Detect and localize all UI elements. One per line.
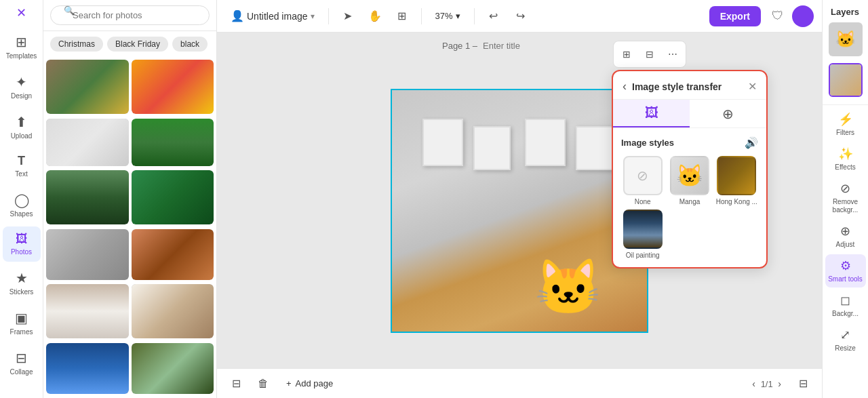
style-tab-generate[interactable]: ⊕ <box>690 100 766 127</box>
right-tool-remove-bg[interactable]: ⊘ Remove backgr... <box>825 177 866 218</box>
resize-icon: ⤢ <box>840 327 850 342</box>
shapes-icon: ◯ <box>14 192 29 208</box>
sidebar-item-templates[interactable]: ⊞ Templates <box>3 28 41 66</box>
add-icon: + <box>286 378 292 389</box>
search-bar-container: 🔍 <box>43 0 216 31</box>
style-section-header: Image styles 🔊 <box>621 136 758 149</box>
add-page-btn[interactable]: + Add page <box>279 374 340 393</box>
style-item-hong-kong[interactable]: Hong Kong ... <box>715 156 758 205</box>
photo-item[interactable] <box>132 119 214 166</box>
cat-image: 🐱 <box>528 211 609 319</box>
zoom-control[interactable]: 37% ▾ <box>430 8 466 24</box>
right-tool-backgr[interactable]: ◻ Backgr... <box>825 289 866 322</box>
right-tool-smart[interactable]: ⚙ Smart tools <box>825 254 866 287</box>
layer-thumb-room[interactable] <box>829 63 863 97</box>
style-label: None <box>635 198 651 205</box>
layer-cat-preview: 🐱 <box>829 22 863 56</box>
cursor-tool-btn[interactable]: ➤ <box>337 5 359 27</box>
undo-btn[interactable]: ↩ <box>483 5 505 27</box>
add-page-label: Add page <box>296 378 334 389</box>
layer-thumb-cat[interactable]: 🐱 <box>829 22 863 56</box>
sidebar-item-label: Templates <box>6 52 37 60</box>
wall-frame-3 <box>525 119 566 166</box>
style-transfer-panel: ‹ Image style transfer ✕ 🖼 ⊕ Image style… <box>612 70 768 268</box>
sidebar-item-frames[interactable]: ▣ Frames <box>3 304 41 342</box>
right-panel: Layers 🐱 ⚡ Filters ✨ Effects ⊘ Remove ba… <box>822 0 868 398</box>
photo-item[interactable] <box>132 343 214 394</box>
text-icon: T <box>18 154 25 168</box>
stickers-icon: ★ <box>16 270 28 286</box>
more-options-btn[interactable]: ⋯ <box>663 44 683 64</box>
sidebar-item-collage[interactable]: ⊟ Collage <box>3 344 41 382</box>
right-tool-filters[interactable]: ⚡ Filters <box>825 108 866 141</box>
remove-bg-icon: ⊘ <box>840 181 850 196</box>
sidebar-item-upload[interactable]: ⬆ Upload <box>3 108 41 146</box>
style-panel-close-btn[interactable]: ✕ <box>748 80 757 93</box>
backgr-icon: ◻ <box>840 293 850 308</box>
image-style-icon: 🖼 <box>645 105 658 121</box>
photo-item[interactable] <box>46 343 129 394</box>
effects-icon: ✨ <box>838 146 853 161</box>
page-label: Page 1 – <box>442 41 477 51</box>
canvas-workspace[interactable]: Page 1 – ⊞ ⊟ ⋯ 🐱 <box>217 33 822 368</box>
style-section-title: Image styles <box>621 138 674 148</box>
present-btn[interactable]: ⊟ <box>792 373 814 395</box>
toolbar-separator <box>328 8 329 24</box>
search-bar-inner: 🔍 <box>50 5 210 25</box>
photo-item[interactable] <box>46 170 129 224</box>
layout-view-btn[interactable]: ⊟ <box>639 44 660 64</box>
canvas-frame[interactable]: 🐱 <box>391 89 648 333</box>
sidebar-item-design[interactable]: ✦ Design <box>3 68 41 106</box>
photo-item[interactable] <box>46 60 129 114</box>
canva-logo[interactable]: ✕ <box>16 5 26 20</box>
photo-item[interactable] <box>46 119 129 166</box>
redo-btn[interactable]: ↪ <box>510 5 532 27</box>
sidebar-item-stickers[interactable]: ★ Stickers <box>3 264 41 302</box>
pan-tool-btn[interactable]: ✋ <box>364 5 386 27</box>
photo-item[interactable] <box>132 170 214 224</box>
avatar[interactable] <box>792 5 814 27</box>
right-tool-label: Backgr... <box>832 310 859 318</box>
tag-black-friday[interactable]: Black Friday <box>107 37 168 52</box>
left-sidebar: ✕ ⊞ Templates ✦ Design ⬆ Upload T Text ◯… <box>0 0 43 398</box>
style-item-oil[interactable]: Oil painting <box>621 210 664 259</box>
sidebar-item-shapes[interactable]: ◯ Shapes <box>3 186 41 224</box>
style-panel-back-btn[interactable]: ‹ <box>623 79 627 94</box>
delete-btn[interactable]: 🗑 <box>252 373 274 395</box>
page-title-input[interactable] <box>483 41 597 51</box>
photo-item[interactable] <box>132 229 214 280</box>
export-button[interactable]: Export <box>709 6 761 26</box>
thumbnail-btn[interactable]: ⊟ <box>225 373 247 395</box>
photo-item[interactable] <box>132 284 214 338</box>
layout-btn[interactable]: ⊞ <box>391 5 413 27</box>
style-item-none[interactable]: ⊘ None <box>621 156 664 205</box>
room-scene: 🐱 <box>392 90 647 332</box>
zoom-value: 37% <box>435 11 453 21</box>
right-tool-label: Adjust <box>836 241 855 249</box>
style-tab-image[interactable]: 🖼 <box>613 100 690 127</box>
sidebar-item-label: Frames <box>10 328 33 336</box>
photo-item[interactable] <box>46 284 129 338</box>
doc-name-area[interactable]: 👤 Untitled image ▾ <box>225 7 320 25</box>
toolbar-separator <box>474 8 475 24</box>
next-page-btn[interactable]: › <box>775 376 784 392</box>
photo-item[interactable] <box>46 229 129 280</box>
templates-icon: ⊞ <box>16 34 27 50</box>
photo-item[interactable] <box>132 60 214 114</box>
style-label: Manga <box>679 198 701 205</box>
photos-panel: 🔍 Christmas Black Friday black <box>43 0 217 398</box>
sidebar-item-label: Text <box>15 170 27 178</box>
sidebar-item-text[interactable]: T Text <box>3 148 41 184</box>
page-title-bar: Page 1 – <box>442 41 597 51</box>
style-item-manga[interactable]: 🐱 Manga <box>668 156 711 205</box>
right-tool-resize[interactable]: ⤢ Resize <box>825 323 866 357</box>
prev-page-btn[interactable]: ‹ <box>749 376 758 392</box>
right-tool-adjust[interactable]: ⊕ Adjust <box>825 220 866 253</box>
grid-view-btn[interactable]: ⊞ <box>616 44 637 64</box>
tag-black[interactable]: black <box>172 37 208 52</box>
sidebar-item-photos[interactable]: 🖼 Photos <box>3 226 41 262</box>
layers-title: Layers <box>827 1 863 20</box>
tag-christmas[interactable]: Christmas <box>50 37 103 52</box>
style-thumb-none: ⊘ <box>623 156 663 195</box>
right-tool-effects[interactable]: ✨ Effects <box>825 142 866 176</box>
